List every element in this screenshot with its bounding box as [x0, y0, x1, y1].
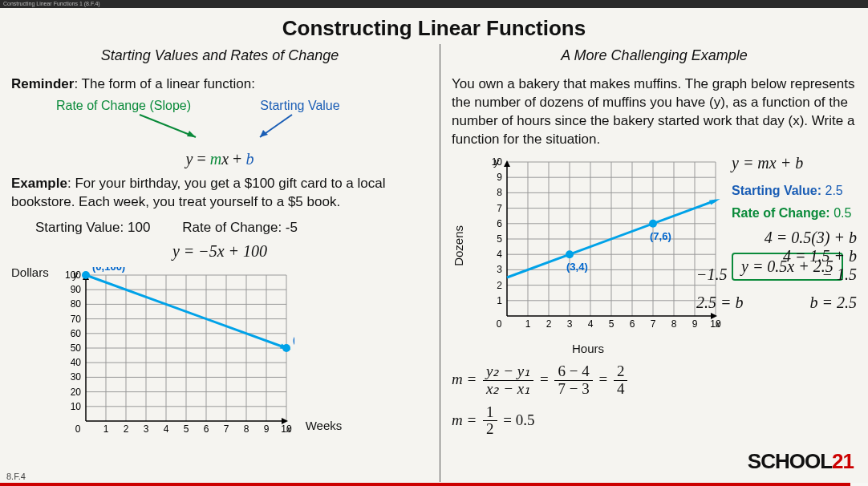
svg-text:9: 9 [263, 423, 269, 435]
svg-point-55 [282, 344, 290, 352]
svg-text:1: 1 [497, 295, 502, 306]
left-column: Starting Values and Rates of Change Remi… [0, 44, 440, 482]
svg-text:6: 6 [203, 423, 209, 435]
reminder-line: Reminder: The form of a linear function: [11, 75, 428, 94]
left-rate-of-change: Rate of Change: -5 [182, 220, 298, 236]
svg-text:4: 4 [497, 249, 502, 260]
svg-text:6: 6 [630, 318, 635, 330]
svg-text:2: 2 [497, 279, 502, 290]
svg-marker-105 [709, 199, 720, 205]
svg-text:y: y [493, 156, 500, 168]
svg-text:(7,6): (7,6) [650, 230, 671, 242]
svg-text:5: 5 [497, 233, 502, 245]
reminder-text: : The form of a linear function: [74, 76, 255, 91]
svg-text:7: 7 [497, 202, 502, 213]
svg-text:10: 10 [70, 401, 81, 412]
example-label: Example [11, 176, 67, 191]
right-y-label: Dozens [452, 225, 465, 266]
slide: Constructing Linear Functions Starting V… [0, 8, 868, 486]
svg-marker-1 [187, 131, 196, 137]
example-text: : For your birthday, you get a $100 gift… [11, 176, 386, 209]
svg-text:1: 1 [525, 318, 531, 330]
page-title: Constructing Linear Functions [0, 8, 868, 41]
svg-text:8: 8 [243, 423, 249, 435]
svg-text:8: 8 [671, 318, 677, 330]
video-progress-bar[interactable] [0, 483, 868, 486]
svg-text:20: 20 [70, 386, 81, 397]
svg-text:5: 5 [183, 423, 189, 435]
slope-label: Rate of Change (Slope) [56, 99, 191, 112]
svg-text:40: 40 [70, 357, 81, 368]
svg-point-106 [566, 250, 574, 258]
svg-text:x: x [286, 423, 292, 435]
svg-marker-78 [504, 160, 510, 167]
svg-text:7: 7 [223, 423, 229, 435]
reminder-label: Reminder [11, 76, 74, 91]
right-column: A More Challenging Example You own a bak… [440, 44, 868, 482]
right-chart: 12345678910123456789100 xy(3,4)(7,6) [475, 154, 724, 338]
brand-logo: SCHOOL21 [748, 449, 854, 474]
right-body: You own a bakery that makes muffins. The… [452, 75, 857, 149]
svg-text:50: 50 [70, 342, 81, 354]
svg-text:3: 3 [567, 318, 573, 330]
svg-text:y: y [72, 269, 79, 281]
left-values-row: Starting Value: 100 Rate of Change: -5 [11, 220, 428, 236]
svg-text:5: 5 [609, 318, 614, 330]
right-subhead: A More Challenging Example [452, 47, 857, 64]
left-solved-eq: y = −5x + 100 [11, 242, 428, 261]
arrow-diagram: Rate of Change (Slope) Starting Value [11, 97, 428, 153]
svg-text:2: 2 [123, 423, 128, 435]
svg-text:3: 3 [497, 264, 502, 275]
svg-text:8: 8 [497, 187, 502, 198]
svg-text:70: 70 [70, 313, 81, 324]
example-line: Example: For your birthday, you get a $1… [11, 175, 428, 212]
corner-code: 8.F.4 [6, 472, 26, 481]
svg-line-0 [140, 115, 196, 137]
svg-text:(0,100): (0,100) [92, 267, 125, 273]
svg-text:x: x [715, 318, 721, 330]
svg-marker-3 [260, 130, 268, 137]
svg-text:1: 1 [103, 423, 108, 435]
svg-text:0: 0 [497, 318, 502, 330]
svg-text:9: 9 [497, 172, 502, 183]
svg-text:(10,50): (10,50) [293, 334, 294, 346]
svg-text:6: 6 [497, 218, 502, 229]
right-x-label: Hours [452, 342, 724, 355]
svg-text:90: 90 [70, 284, 81, 295]
right-sv-line: Starting Value: 2.5 [732, 184, 857, 198]
window-titlebar: Constructing Linear Functions 1 (8.F.4) [0, 0, 868, 8]
svg-text:9: 9 [692, 318, 698, 330]
left-subhead: Starting Values and Rates of Change [11, 47, 428, 64]
right-roc-line: Rate of Change: 0.5 [732, 206, 857, 221]
svg-text:4: 4 [163, 423, 168, 435]
right-form-eq: y = mx + b [732, 154, 857, 172]
svg-text:(3,4): (3,4) [566, 261, 588, 273]
slope-calc-2: m = 12 = 0.5 [452, 404, 857, 439]
svg-text:3: 3 [143, 423, 148, 435]
b-calc: 4 = 0.5(3) + b 4 = 1.5 + b −1.5− 1.5 2.5… [696, 229, 857, 312]
left-starting-value: Starting Value: 100 [35, 220, 150, 236]
svg-text:60: 60 [70, 328, 81, 339]
svg-point-53 [82, 271, 90, 279]
svg-text:0: 0 [75, 423, 80, 435]
left-x-label: Weeks [306, 419, 343, 432]
svg-text:80: 80 [70, 298, 81, 310]
svg-point-108 [649, 220, 657, 228]
left-chart: 123456789101020304050607080901000 xy(0,1… [54, 267, 294, 443]
svg-text:4: 4 [588, 318, 594, 330]
svg-text:30: 30 [70, 371, 81, 383]
left-chart-wrap: Dollars 12345678910102030405060708090100… [11, 267, 428, 443]
start-label: Starting Value [260, 99, 339, 112]
svg-text:7: 7 [651, 318, 656, 330]
slope-calc: m = y₂ − y₁x₂ − x₁ = 6 − 47 − 3 = 24 [452, 363, 857, 398]
left-y-label: Dollars [11, 265, 49, 279]
svg-text:2: 2 [546, 318, 552, 330]
